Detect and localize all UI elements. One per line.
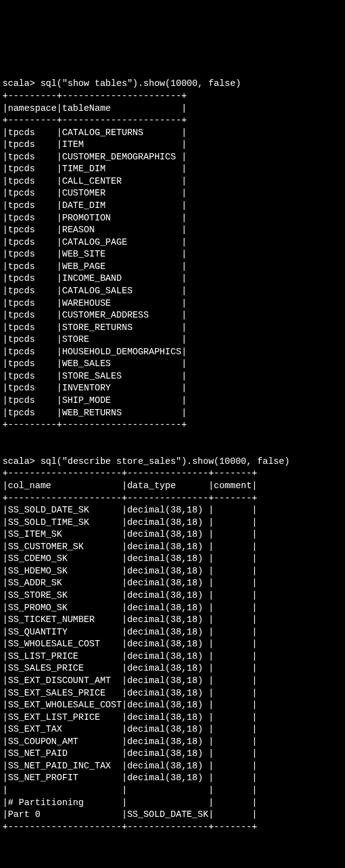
repl-prompt: scala> (2, 456, 40, 466)
table-row: |SS_CDEMO_SK |decimal(38,18) | | (2, 554, 257, 564)
table-row: |tpcds |STORE_RETURNS | (2, 323, 187, 333)
table-sep: +---------+----------------------+ (2, 115, 187, 125)
terminal[interactable]: scala> sql("show tables").show(10000, fa… (0, 61, 345, 842)
table-sep: +---------+----------------------+ (2, 420, 187, 430)
repl-command: sql("describe store_sales").show(10000, … (40, 456, 290, 466)
table-row: |# Partitioning | | | (2, 798, 257, 808)
table-sep: +---------------------+---------------+-… (2, 493, 257, 503)
table-row: |tpcds |PROMOTION | (2, 213, 187, 223)
table-row: |SS_NET_PAID_INC_TAX |decimal(38,18) | | (2, 761, 257, 771)
table-row: |tpcds |CATALOG_RETURNS | (2, 128, 187, 138)
table-row: |tpcds |SHIP_MODE | (2, 395, 187, 405)
table-row: |tpcds |WAREHOUSE | (2, 298, 187, 308)
table-row: |SS_ADDR_SK |decimal(38,18) | | (2, 578, 257, 588)
table-row: |SS_EXT_DISCOUNT_AMT |decimal(38,18) | | (2, 676, 257, 686)
table-header: |col_name |data_type |comment| (2, 481, 257, 491)
table-row: |SS_NET_PROFIT |decimal(38,18) | | (2, 773, 257, 783)
table-row: |tpcds |CUSTOMER | (2, 188, 187, 198)
table-row: |tpcds |WEB_SITE | (2, 249, 187, 259)
table-row: |SS_EXT_LIST_PRICE |decimal(38,18) | | (2, 712, 257, 722)
table-row: |SS_CUSTOMER_SK |decimal(38,18) | | (2, 542, 257, 552)
table-row: |SS_QUANTITY |decimal(38,18) | | (2, 627, 257, 637)
table-row: |SS_HDEMO_SK |decimal(38,18) | | (2, 566, 257, 576)
table-row: |tpcds |INVENTORY | (2, 383, 187, 393)
table-row: |tpcds |REASON | (2, 225, 187, 235)
table-row: |tpcds |WEB_SALES | (2, 359, 187, 369)
table-row: |SS_SALES_PRICE |decimal(38,18) | | (2, 663, 257, 673)
table-row: |Part 0 |SS_SOLD_DATE_SK| | (2, 809, 257, 819)
table-row: |tpcds |INCOME_BAND | (2, 273, 187, 283)
table-row: |SS_SOLD_TIME_SK |decimal(38,18) | | (2, 517, 257, 527)
table-row: |SS_WHOLESALE_COST |decimal(38,18) | | (2, 639, 257, 649)
table-row: |SS_TICKET_NUMBER |decimal(38,18) | | (2, 615, 257, 625)
table-row: |tpcds |CATALOG_PAGE | (2, 237, 187, 247)
table-sep: +---------------------+---------------+-… (2, 822, 257, 832)
table-row: |tpcds |HOUSEHOLD_DEMOGRAPHICS| (2, 347, 187, 357)
table-row: |SS_LIST_PRICE |decimal(38,18) | | (2, 651, 257, 661)
table-row: |SS_EXT_SALES_PRICE |decimal(38,18) | | (2, 688, 257, 698)
table-row: |SS_SOLD_DATE_SK |decimal(38,18) | | (2, 505, 257, 515)
table-row: |tpcds |CALL_CENTER | (2, 176, 187, 186)
table-row: |tpcds |CUSTOMER_DEMOGRAPHICS | (2, 152, 187, 162)
table-row: |SS_NET_PAID |decimal(38,18) | | (2, 748, 257, 758)
table-row: | | | | (2, 785, 257, 795)
table-row: |tpcds |STORE_SALES | (2, 371, 187, 381)
table-row: |tpcds |WEB_RETURNS | (2, 408, 187, 418)
repl-command: sql("show tables").show(10000, false) (40, 78, 241, 88)
table-sep: +---------------------+---------------+-… (2, 468, 257, 478)
table-row: |SS_ITEM_SK |decimal(38,18) | | (2, 529, 257, 539)
table-row: |tpcds |CUSTOMER_ADDRESS | (2, 310, 187, 320)
table-sep: +---------+----------------------+ (2, 91, 187, 101)
table-row: |tpcds |ITEM | (2, 139, 187, 149)
table-row: |tpcds |STORE | (2, 334, 187, 344)
table-row: |tpcds |CATALOG_SALES | (2, 286, 187, 296)
table-row: |tpcds |DATE_DIM | (2, 200, 187, 210)
table-row: |tpcds |WEB_PAGE | (2, 262, 187, 271)
table-header: |namespace|tableName | (2, 103, 187, 113)
table-row: |SS_COUPON_AMT |decimal(38,18) | | (2, 737, 257, 747)
table-row: |SS_PROMO_SK |decimal(38,18) | | (2, 603, 257, 613)
repl-prompt: scala> (2, 78, 40, 88)
table-row: |SS_STORE_SK |decimal(38,18) | | (2, 590, 257, 600)
table-row: |SS_EXT_WHOLESALE_COST|decimal(38,18) | … (2, 700, 257, 710)
table-row: |SS_EXT_TAX |decimal(38,18) | | (2, 724, 257, 734)
table-row: |tpcds |TIME_DIM | (2, 164, 187, 174)
